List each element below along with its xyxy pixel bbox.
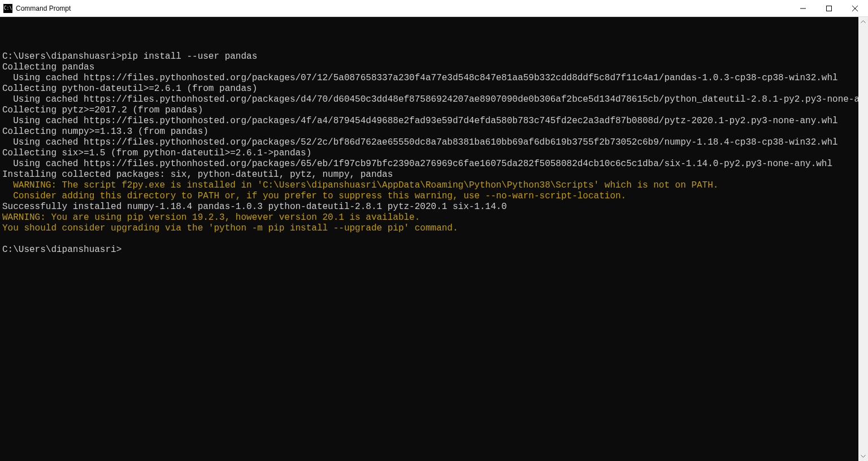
- terminal-line: Collecting numpy>=1.13.3 (from pandas): [2, 127, 868, 137]
- terminal-line: [2, 41, 868, 51]
- terminal-line: Collecting six>=1.5 (from python-dateuti…: [2, 148, 868, 159]
- terminal-line: C:\Users\dipanshuasri>pip install --user…: [2, 51, 868, 62]
- window-titlebar[interactable]: Command Prompt: [0, 0, 868, 17]
- terminal-line: Installing collected packages: six, pyth…: [2, 169, 868, 180]
- titlebar-left: Command Prompt: [3, 4, 71, 13]
- window-title: Command Prompt: [16, 5, 71, 12]
- minimize-button[interactable]: [790, 0, 816, 16]
- terminal-line: You should consider upgrading via the 'p…: [2, 223, 868, 234]
- terminal-line: Using cached https://files.pythonhosted.…: [2, 94, 868, 105]
- command-prompt-icon: [3, 4, 12, 13]
- terminal-line: Collecting pandas: [2, 62, 868, 73]
- terminal-line: Using cached https://files.pythonhosted.…: [2, 73, 868, 84]
- maximize-button[interactable]: [816, 0, 842, 16]
- terminal-line: Collecting pytz>=2017.2 (from pandas): [2, 105, 868, 116]
- minimize-icon: [800, 6, 806, 11]
- terminal-line: Successfully installed numpy-1.18.4 pand…: [2, 202, 868, 212]
- maximize-icon: [826, 6, 832, 11]
- close-icon: [852, 6, 858, 11]
- terminal-line: Consider adding this directory to PATH o…: [2, 191, 868, 202]
- svg-rect-1: [827, 6, 832, 11]
- scroll-down-button[interactable]: [858, 451, 868, 461]
- terminal-line: Using cached https://files.pythonhosted.…: [2, 159, 868, 169]
- terminal-line: WARNING: The script f2py.exe is installe…: [2, 180, 868, 191]
- chevron-up-icon: [861, 20, 866, 23]
- terminal-content: C:\Users\dipanshuasri>pip install --user…: [2, 41, 868, 255]
- terminal-line: Collecting python-dateutil>=2.6.1 (from …: [2, 84, 868, 94]
- terminal-line: [2, 234, 868, 245]
- scrollbar-track[interactable]: [858, 27, 868, 451]
- terminal-line: WARNING: You are using pip version 19.2.…: [2, 212, 868, 223]
- window-controls: [790, 0, 868, 16]
- terminal-line: Using cached https://files.pythonhosted.…: [2, 137, 868, 148]
- terminal-line: C:\Users\dipanshuasri>: [2, 245, 868, 255]
- terminal-area[interactable]: C:\Users\dipanshuasri>pip install --user…: [0, 17, 868, 461]
- terminal-line: Using cached https://files.pythonhosted.…: [2, 116, 868, 127]
- vertical-scrollbar[interactable]: [858, 17, 868, 461]
- scroll-up-button[interactable]: [858, 17, 868, 27]
- chevron-down-icon: [861, 455, 866, 458]
- close-button[interactable]: [842, 0, 868, 16]
